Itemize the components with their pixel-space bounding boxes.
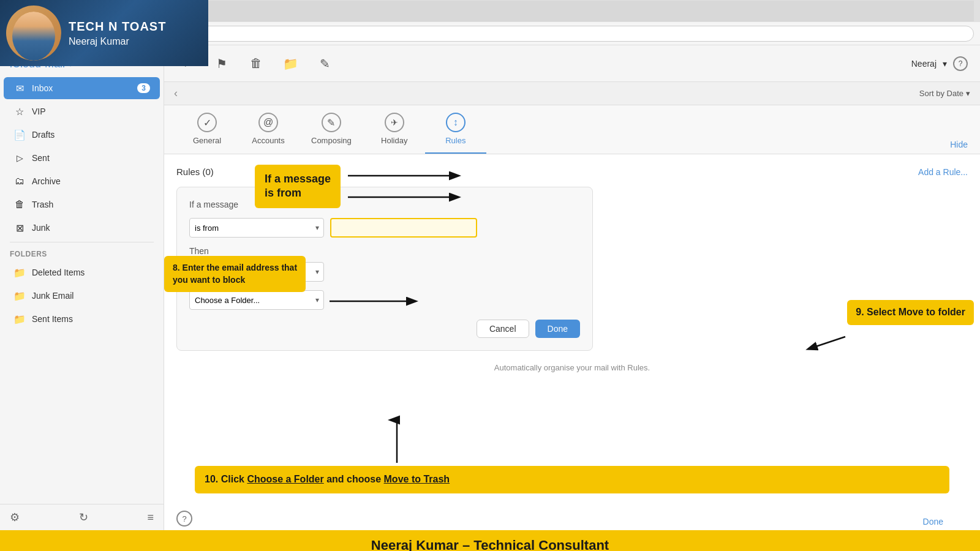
is-from-select-wrapper: is from: [189, 218, 324, 238]
done-button[interactable]: Done: [535, 320, 580, 338]
sidebar-item-drafts[interactable]: 📄 Drafts: [4, 124, 160, 146]
filter-icon[interactable]: ≡: [147, 511, 154, 524]
sidebar-footer: ⚙ ↻ ≡: [0, 504, 164, 530]
inbox-icon: ✉: [13, 82, 26, 94]
sidebar-item-vip[interactable]: ☆ VIP: [4, 100, 160, 122]
bottom-help-icon[interactable]: ?: [176, 511, 192, 527]
sidebar-item-trash[interactable]: 🗑 Trash: [4, 193, 160, 216]
arrow-choose-folder: [391, 414, 403, 469]
action-select-wrapper: Move to Folder: [189, 262, 324, 282]
accounts-tab-icon: @: [258, 113, 278, 132]
user-section: Neeraj ▾ ?: [911, 56, 968, 71]
settings-tab-bar: ✓ General @ Accounts ✎ Composing ✈ Holid…: [164, 105, 980, 154]
sidebar-item-junk[interactable]: ⊠ Junk: [4, 217, 160, 239]
settings-icon[interactable]: ⚙: [10, 511, 20, 524]
bottom-banner: Neeraj Kumar – Technical Consultant: [0, 530, 980, 551]
message-list-header: ‹ Sort by Date ▾: [164, 82, 980, 105]
general-tab-icon: ✓: [197, 113, 217, 132]
auto-organize-text: Automatically organise your mail with Ru…: [176, 363, 968, 372]
hide-button[interactable]: Hide: [950, 140, 968, 149]
sent-icon: ▷: [13, 152, 26, 164]
watermark-name: Neeraj Kumar: [69, 36, 166, 47]
watermark-photo: [6, 6, 61, 61]
sidebar-item-sent-items[interactable]: 📁 Sent Items: [4, 308, 160, 330]
sort-button[interactable]: Sort by Date ▾: [919, 89, 970, 98]
flag-button[interactable]: ⚑: [211, 53, 233, 75]
move-button[interactable]: 📁: [279, 53, 301, 75]
rule-form: If a message is from Then: [176, 187, 593, 351]
watermark-text: TECH N TOAST Neeraj Kumar: [69, 20, 166, 47]
rules-tab-icon: ↕: [446, 113, 466, 132]
tab-holiday[interactable]: ✈ Holiday: [364, 105, 425, 154]
banner-text: Neeraj Kumar – Technical Consultant: [371, 538, 609, 551]
tab-accounts[interactable]: @ Accounts: [238, 105, 299, 154]
folder-select[interactable]: Choose a Folder...: [189, 290, 324, 310]
delete-button[interactable]: 🗑: [245, 53, 267, 75]
if-message-label: If a message: [189, 200, 238, 209]
is-from-row: is from: [189, 218, 580, 238]
folder-icon-sent: 📁: [13, 313, 26, 325]
trash-icon: 🗑: [13, 198, 26, 211]
settings-panel: ✓ General @ Accounts ✎ Composing ✈ Holid…: [164, 105, 980, 530]
tab-general[interactable]: ✓ General: [176, 105, 238, 154]
folder-icon-deleted: 📁: [13, 266, 26, 279]
rules-content: Rules (0) Add a Rule... If a message is …: [164, 154, 980, 384]
annotation-choose-folder: 10. Click Choose a Folder and choose Mov…: [195, 466, 949, 493]
add-rule-button[interactable]: Add a Rule...: [918, 167, 968, 177]
user-caret-icon[interactable]: ▾: [943, 59, 947, 69]
folder-select-wrapper: Choose a Folder...: [189, 290, 324, 310]
sidebar: iCloud Mail ▾ ✉ Inbox 3 ☆ VIP 📄 Drafts ▷…: [0, 45, 164, 530]
rules-title: Rules (0): [176, 167, 214, 177]
folder-icon-junk: 📁: [13, 290, 26, 302]
folders-section-label: Folders: [0, 245, 164, 261]
content-area: ↩ ⚑ 🗑 📁 ✎ Neeraj ▾ ? ‹ Sort by Date ▾: [164, 45, 980, 530]
watermark-title: TECH N TOAST: [69, 20, 166, 34]
tab-rules[interactable]: ↕ Rules: [425, 105, 486, 154]
sidebar-item-deleted-items[interactable]: 📁 Deleted Items: [4, 261, 160, 283]
chevron-left-icon[interactable]: ‹: [174, 87, 178, 100]
sidebar-item-junk-email[interactable]: 📁 Junk Email: [4, 285, 160, 307]
compose-button[interactable]: ✎: [314, 53, 336, 75]
sidebar-item-inbox[interactable]: ✉ Inbox 3: [4, 77, 160, 99]
vip-icon: ☆: [13, 105, 26, 118]
drafts-icon: 📄: [13, 129, 26, 141]
junk-icon: ⊠: [13, 222, 26, 234]
refresh-icon[interactable]: ↻: [79, 511, 88, 524]
archive-icon: 🗂: [13, 175, 26, 187]
action-select[interactable]: Move to Folder: [189, 262, 324, 282]
email-input[interactable]: [330, 218, 477, 238]
sort-caret-icon: ▾: [966, 89, 970, 98]
sidebar-item-archive[interactable]: 🗂 Archive: [4, 170, 160, 192]
sidebar-item-sent[interactable]: ▷ Sent: [4, 147, 160, 169]
folder-row: Choose a Folder...: [189, 290, 580, 310]
condition-select[interactable]: is from: [189, 218, 324, 238]
then-label: Then: [189, 246, 580, 256]
sidebar-divider: [10, 242, 154, 242]
holiday-tab-icon: ✈: [385, 113, 404, 132]
if-message-row: If a message: [189, 200, 580, 209]
inbox-badge: 3: [137, 83, 150, 93]
action-row: Move to Folder: [189, 262, 580, 282]
help-button[interactable]: ?: [953, 56, 968, 71]
rules-header: Rules (0) Add a Rule...: [176, 167, 968, 177]
bottom-done-label[interactable]: Done: [923, 517, 943, 527]
watermark-overlay: TECH N TOAST Neeraj Kumar: [0, 0, 208, 66]
main-layout: iCloud Mail ▾ ✉ Inbox 3 ☆ VIP 📄 Drafts ▷…: [0, 45, 980, 530]
cancel-button[interactable]: Cancel: [477, 320, 529, 338]
user-name: Neeraj: [911, 59, 937, 69]
tab-composing[interactable]: ✎ Composing: [299, 105, 364, 154]
rule-buttons: Cancel Done: [189, 320, 580, 338]
composing-tab-icon: ✎: [322, 113, 341, 132]
mail-action-bar: ↩ ⚑ 🗑 📁 ✎ Neeraj ▾ ?: [164, 45, 980, 82]
